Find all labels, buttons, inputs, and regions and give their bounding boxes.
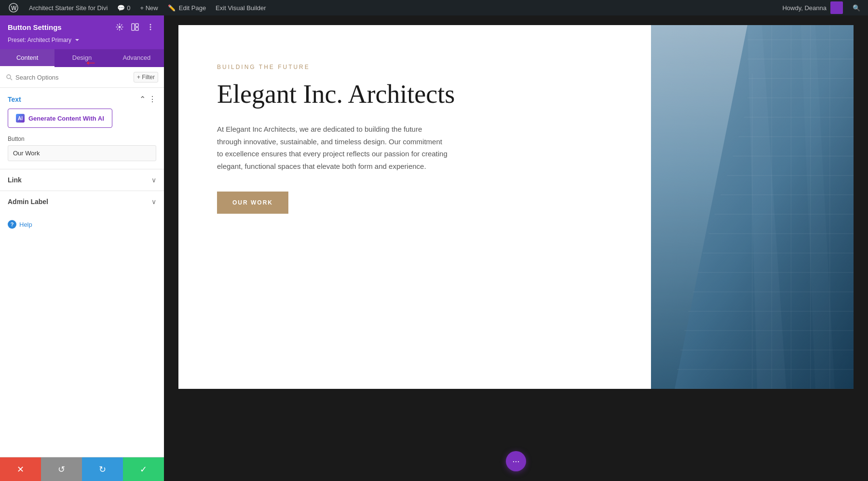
building-overlay xyxy=(651,25,854,389)
admin-label-section-header[interactable]: Admin Label ∨ xyxy=(0,191,164,212)
filter-button[interactable]: + Filter xyxy=(134,72,158,82)
preset-row: Preset: Architect Primary ← xyxy=(8,37,156,43)
floating-dots-button[interactable]: ··· xyxy=(506,451,526,471)
bottom-toolbar: ✕ ↺ ↻ ✓ xyxy=(0,457,164,481)
tab-advanced[interactable]: Advanced xyxy=(109,49,164,67)
new-content-button[interactable]: + New xyxy=(136,0,162,15)
link-section-title: Link xyxy=(8,176,22,184)
cancel-button[interactable]: ✕ xyxy=(0,457,41,481)
link-section: Link ∨ xyxy=(0,169,164,191)
text-section-title: Text xyxy=(8,96,21,103)
page-right-image xyxy=(651,25,854,389)
edit-page-button[interactable]: ✏️ Edit Page xyxy=(164,0,210,15)
svg-line-10 xyxy=(11,79,13,81)
help-label: Help xyxy=(19,221,32,228)
settings-icon[interactable] xyxy=(114,21,125,33)
left-panel: Button Settings xyxy=(0,15,164,481)
search-options-input[interactable] xyxy=(15,74,131,81)
help-section[interactable]: ? Help xyxy=(0,212,164,236)
wp-logo[interactable]: W xyxy=(4,0,23,15)
preset-label: Preset: Architect Primary xyxy=(8,37,71,43)
link-section-header[interactable]: Link ∨ xyxy=(0,169,164,191)
site-name[interactable]: Architect Starter Site for Divi xyxy=(25,0,111,15)
panel-header-icons xyxy=(114,21,156,33)
canvas-area: Building The Future Elegant Inc. Archite… xyxy=(164,15,868,481)
admin-label-chevron-icon: ∨ xyxy=(151,198,156,206)
svg-point-2 xyxy=(119,26,121,28)
tab-content[interactable]: Content xyxy=(0,49,54,67)
svg-point-9 xyxy=(7,75,11,79)
text-section-more-icon[interactable]: ⋮ xyxy=(149,95,156,104)
page-headline: Elegant Inc. Architects xyxy=(217,80,622,109)
save-button[interactable]: ✓ xyxy=(123,457,164,481)
building-label: Building The Future xyxy=(217,64,622,70)
search-icon: 🔍 xyxy=(853,4,860,12)
search-bar: + Filter xyxy=(0,67,164,88)
svg-point-7 xyxy=(150,27,151,28)
button-text-input[interactable] xyxy=(8,145,156,161)
svg-point-8 xyxy=(150,29,151,30)
panel-header: Button Settings xyxy=(0,15,164,49)
preset-dropdown-arrow[interactable] xyxy=(74,37,80,43)
panel-title: Button Settings xyxy=(8,23,62,31)
admin-label-section: Admin Label ∨ xyxy=(0,191,164,212)
button-field-group: Button xyxy=(0,136,164,169)
page-preview: Building The Future Elegant Inc. Archite… xyxy=(178,25,854,389)
undo-button[interactable]: ↺ xyxy=(41,457,82,481)
search-bar-button[interactable]: 🔍 xyxy=(849,0,864,15)
search-icon xyxy=(6,74,13,81)
panel-content: + Filter Text ⌃ ⋮ AI Generate Content Wi… xyxy=(0,67,164,457)
more-options-icon[interactable] xyxy=(145,21,156,33)
svg-rect-5 xyxy=(136,27,138,30)
help-icon: ? xyxy=(8,220,16,229)
panel-header-top: Button Settings xyxy=(8,21,156,33)
button-field-label: Button xyxy=(8,136,156,142)
section-controls: ⌃ ⋮ xyxy=(139,95,156,104)
text-section-header: Text ⌃ ⋮ xyxy=(0,88,164,109)
comments-link[interactable]: 💬 0 xyxy=(113,0,134,15)
page-left-content: Building The Future Elegant Inc. Archite… xyxy=(178,25,651,389)
wp-admin-bar: W Architect Starter Site for Divi 💬 0 + … xyxy=(0,0,868,15)
our-work-cta-button[interactable]: Our Work xyxy=(217,192,288,214)
exit-visual-builder-button[interactable]: Exit Visual Builder xyxy=(212,0,270,15)
admin-bar-right: Howdy, Deanna 🔍 xyxy=(778,0,864,15)
ai-icon: AI xyxy=(16,114,25,123)
svg-rect-3 xyxy=(132,24,135,30)
page-body-text: At Elegant Inc Architects, we are dedica… xyxy=(217,123,448,172)
generate-ai-button[interactable]: AI Generate Content With AI xyxy=(8,109,112,128)
layout-icon[interactable] xyxy=(129,21,141,33)
collapse-text-section-icon[interactable]: ⌃ xyxy=(139,95,146,104)
main-layout: Button Settings xyxy=(0,15,868,481)
howdy-user[interactable]: Howdy, Deanna xyxy=(778,0,847,15)
panel-tabs: Content Design Advanced xyxy=(0,49,164,67)
admin-label-section-title: Admin Label xyxy=(8,198,48,206)
svg-point-6 xyxy=(150,24,151,26)
svg-rect-4 xyxy=(136,24,138,27)
link-section-chevron-icon: ∨ xyxy=(151,176,156,184)
building-photo xyxy=(651,25,854,389)
svg-text:W: W xyxy=(11,5,17,12)
redo-button[interactable]: ↻ xyxy=(82,457,123,481)
tab-design[interactable]: Design xyxy=(54,49,109,67)
